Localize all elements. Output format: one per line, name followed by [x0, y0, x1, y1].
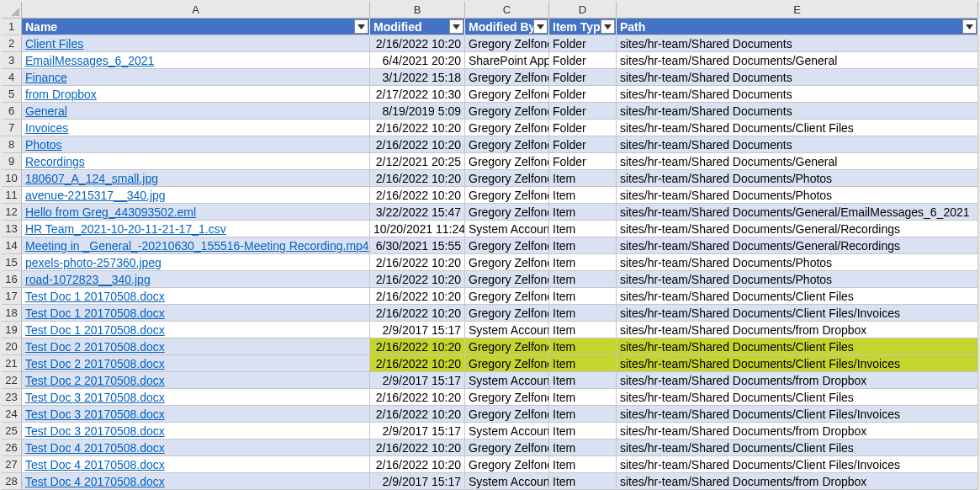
- cell-name-link[interactable]: Test Doc 2 20170508.docx: [22, 338, 370, 355]
- cell-item-type[interactable]: Item: [549, 423, 617, 439]
- cell-modified-by[interactable]: Gregory Zelfond: [465, 120, 549, 136]
- cell-modified[interactable]: 2/16/2022 10:20: [370, 389, 465, 406]
- column-header-A[interactable]: A: [22, 2, 370, 19]
- row-header-22[interactable]: 22: [2, 372, 22, 389]
- cell-modified[interactable]: 2/9/2017 15:17: [370, 322, 465, 338]
- cell-name-link[interactable]: Photos: [22, 136, 370, 153]
- cell-path[interactable]: sites/hr-team/Shared Documents/Client Fi…: [617, 305, 978, 322]
- row-header-6[interactable]: 6: [2, 103, 22, 120]
- row-header-10[interactable]: 10: [2, 170, 22, 187]
- cell-item-type[interactable]: Item: [549, 406, 617, 423]
- cell-path[interactable]: sites/hr-team/Shared Documents/General/R…: [617, 221, 978, 237]
- cell-name-link[interactable]: from Dropbox: [22, 86, 370, 103]
- cell-modified-by[interactable]: System Account: [465, 372, 549, 389]
- filter-dropdown-button[interactable]: [354, 19, 368, 34]
- cell-modified-by[interactable]: Gregory Zelfond: [465, 136, 549, 153]
- row-header-16[interactable]: 16: [2, 271, 22, 288]
- cell-item-type[interactable]: Item: [549, 204, 617, 221]
- cell-item-type[interactable]: Item: [549, 456, 617, 473]
- filter-dropdown-button[interactable]: [449, 19, 464, 34]
- cell-modified[interactable]: 2/16/2022 10:20: [370, 136, 465, 153]
- cell-path[interactable]: sites/hr-team/Shared Documents/Client Fi…: [617, 288, 978, 305]
- cell-name-link[interactable]: Test Doc 2 20170508.docx: [22, 355, 370, 372]
- select-all-corner[interactable]: [2, 2, 22, 19]
- cell-path[interactable]: sites/hr-team/Shared Documents/Photos: [617, 170, 978, 187]
- row-header-26[interactable]: 26: [2, 439, 22, 456]
- cell-modified-by[interactable]: System Account: [465, 473, 549, 490]
- cell-item-type[interactable]: Folder: [549, 35, 617, 52]
- cell-path[interactable]: sites/hr-team/Shared Documents: [617, 35, 978, 52]
- row-header-17[interactable]: 17: [2, 288, 22, 305]
- cell-name-link[interactable]: Test Doc 1 20170508.docx: [22, 305, 370, 322]
- cell-modified[interactable]: 2/16/2022 10:20: [370, 170, 465, 187]
- cell-modified-by[interactable]: Gregory Zelfond: [465, 305, 549, 322]
- column-header-B[interactable]: B: [370, 2, 465, 19]
- table-header-cell[interactable]: Modified: [370, 19, 465, 35]
- row-header-9[interactable]: 9: [2, 153, 22, 170]
- spreadsheet-grid[interactable]: ABCDE1NameModifiedModified ByItem TypePa…: [2, 2, 978, 490]
- cell-path[interactable]: sites/hr-team/Shared Documents/Photos: [617, 254, 978, 271]
- cell-modified[interactable]: 2/9/2017 15:17: [370, 372, 465, 389]
- cell-item-type[interactable]: Item: [549, 338, 617, 355]
- cell-path[interactable]: sites/hr-team/Shared Documents/from Drop…: [617, 473, 978, 490]
- cell-path[interactable]: sites/hr-team/Shared Documents/Client Fi…: [617, 456, 978, 473]
- row-header-20[interactable]: 20: [2, 338, 22, 355]
- cell-modified[interactable]: 2/16/2022 10:20: [370, 305, 465, 322]
- cell-path[interactable]: sites/hr-team/Shared Documents/from Drop…: [617, 322, 978, 338]
- cell-name-link[interactable]: Meeting in _General_-20210630_155516-Mee…: [22, 237, 370, 254]
- cell-path[interactable]: sites/hr-team/Shared Documents/Client Fi…: [617, 338, 978, 355]
- cell-modified[interactable]: 2/16/2022 10:20: [370, 406, 465, 423]
- cell-modified-by[interactable]: Gregory Zelfond: [465, 35, 549, 52]
- cell-item-type[interactable]: Item: [549, 473, 617, 490]
- row-header-12[interactable]: 12: [2, 204, 22, 221]
- cell-modified-by[interactable]: System Account: [465, 322, 549, 338]
- cell-modified-by[interactable]: Gregory Zelfond: [465, 355, 549, 372]
- row-header-28[interactable]: 28: [2, 473, 22, 490]
- cell-path[interactable]: sites/hr-team/Shared Documents: [617, 69, 978, 86]
- cell-name-link[interactable]: Invoices: [22, 120, 370, 136]
- cell-path[interactable]: sites/hr-team/Shared Documents/Client Fi…: [617, 406, 978, 423]
- cell-path[interactable]: sites/hr-team/Shared Documents/Photos: [617, 271, 978, 288]
- cell-item-type[interactable]: Item: [549, 187, 617, 204]
- cell-path[interactable]: sites/hr-team/Shared Documents/from Drop…: [617, 423, 978, 439]
- cell-path[interactable]: sites/hr-team/Shared Documents/Client Fi…: [617, 355, 978, 372]
- cell-modified[interactable]: 2/16/2022 10:20: [370, 120, 465, 136]
- cell-name-link[interactable]: 180607_A_124_small.jpg: [22, 170, 370, 187]
- cell-path[interactable]: sites/hr-team/Shared Documents: [617, 86, 978, 103]
- cell-item-type[interactable]: Folder: [549, 120, 617, 136]
- cell-modified[interactable]: 3/22/2022 15:47: [370, 204, 465, 221]
- cell-modified-by[interactable]: SharePoint App: [465, 52, 549, 69]
- cell-modified-by[interactable]: System Account: [465, 423, 549, 439]
- row-header-24[interactable]: 24: [2, 406, 22, 423]
- cell-modified[interactable]: 2/16/2022 10:20: [370, 288, 465, 305]
- cell-path[interactable]: sites/hr-team/Shared Documents/General: [617, 153, 978, 170]
- row-header-18[interactable]: 18: [2, 305, 22, 322]
- cell-name-link[interactable]: Test Doc 1 20170508.docx: [22, 288, 370, 305]
- row-header-7[interactable]: 7: [2, 120, 22, 136]
- cell-item-type[interactable]: Folder: [549, 153, 617, 170]
- cell-name-link[interactable]: Test Doc 1 20170508.docx: [22, 322, 370, 338]
- filter-dropdown-button[interactable]: [601, 19, 615, 34]
- table-header-cell[interactable]: Item Type: [549, 19, 617, 35]
- cell-name-link[interactable]: Hello from Greg_443093502.eml: [22, 204, 370, 221]
- column-header-E[interactable]: E: [617, 2, 978, 19]
- cell-name-link[interactable]: Test Doc 4 20170508.docx: [22, 473, 370, 490]
- cell-modified[interactable]: 2/16/2022 10:20: [370, 456, 465, 473]
- cell-modified[interactable]: 2/16/2022 10:20: [370, 355, 465, 372]
- cell-modified-by[interactable]: Gregory Zelfond: [465, 187, 549, 204]
- cell-name-link[interactable]: Test Doc 4 20170508.docx: [22, 456, 370, 473]
- cell-modified[interactable]: 6/30/2021 15:55: [370, 237, 465, 254]
- cell-item-type[interactable]: Item: [549, 372, 617, 389]
- cell-item-type[interactable]: Item: [549, 170, 617, 187]
- cell-modified-by[interactable]: Gregory Zelfond: [465, 389, 549, 406]
- row-header-5[interactable]: 5: [2, 86, 22, 103]
- cell-modified-by[interactable]: Gregory Zelfond: [465, 439, 549, 456]
- cell-item-type[interactable]: Item: [549, 221, 617, 237]
- row-header-25[interactable]: 25: [2, 423, 22, 439]
- cell-path[interactable]: sites/hr-team/Shared Documents/Client Fi…: [617, 120, 978, 136]
- row-header-23[interactable]: 23: [2, 389, 22, 406]
- cell-name-link[interactable]: Recordings: [22, 153, 370, 170]
- cell-name-link[interactable]: Test Doc 2 20170508.docx: [22, 372, 370, 389]
- filter-dropdown-button[interactable]: [533, 19, 548, 34]
- cell-path[interactable]: sites/hr-team/Shared Documents/General/E…: [617, 204, 978, 221]
